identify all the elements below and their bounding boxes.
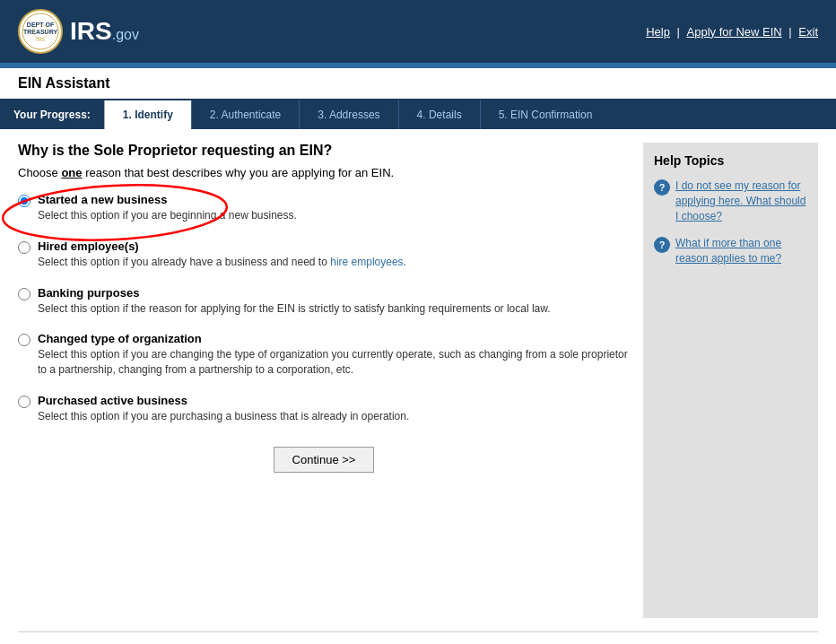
help-item-2: ? What if more than one reason applies t… [654,236,807,266]
ein-assistant-bar: EIN Assistant [0,68,836,100]
desc-banking: Select this option if the reason for app… [38,301,551,317]
progress-step-details[interactable]: 4. Details [398,100,480,129]
label-changed-org[interactable]: Changed type of organization [38,332,202,345]
progress-bar: Your Progress: 1. Identify 2. Authentica… [0,100,836,129]
header-nav: Help | Apply for New EIN | Exit [646,25,818,39]
exit-link[interactable]: Exit [798,25,818,39]
label-purchased-business[interactable]: Purchased active business [38,394,187,407]
subtitle: Choose one reason that best describes wh… [18,166,630,179]
radio-purchased-business[interactable] [18,396,30,408]
continue-button[interactable]: Continue >> [274,447,375,473]
button-row: Continue >> [18,447,630,473]
main-content: Why is the Sole Proprietor requesting an… [0,129,836,631]
svg-text:IRS: IRS [36,37,45,42]
progress-label: Your Progress: [0,100,104,129]
svg-text:TREASURY: TREASURY [23,29,58,35]
apply-new-ein-link[interactable]: Apply for New EIN [687,25,782,39]
help-icon-1: ? [654,179,670,196]
svg-text:DEPT OF: DEPT OF [27,22,55,28]
radio-new-business[interactable] [18,195,30,207]
help-topics-title: Help Topics [654,153,807,168]
content-area: Why is the Sole Proprietor requesting an… [18,143,630,618]
desc-purchased-business: Select this option if you are purchasing… [38,409,409,424]
option-purchased-business: Purchased active business Select this op… [18,394,630,424]
progress-step-identify[interactable]: 1. Identify [104,100,191,129]
irs-logo-text: IRS.gov [70,17,139,46]
progress-step-authenticate[interactable]: 2. Authenticate [191,100,299,129]
help-link-1[interactable]: I do not see my reason for applying here… [675,178,807,223]
header-logo: DEPT OF TREASURY IRS IRS.gov [18,9,139,54]
radio-options: Started a new business Select this optio… [18,193,630,424]
irs-seal-icon: DEPT OF TREASURY IRS [18,9,63,54]
option-hired-employees: Hired employee(s) Select this option if … [18,239,630,270]
radio-changed-org[interactable] [18,334,30,346]
help-item-1: ? I do not see my reason for applying he… [654,178,807,223]
footer: IRS Privacy Policy [0,632,836,644]
label-hired-employees[interactable]: Hired employee(s) [38,239,139,253]
help-icon-2: ? [654,237,670,253]
desc-new-business: Select this option if you are beginning … [38,208,297,223]
help-sidebar: Help Topics ? I do not see my reason for… [643,143,818,618]
radio-banking[interactable] [18,288,30,300]
label-new-business[interactable]: Started a new business [38,193,168,206]
label-banking[interactable]: Banking purposes [38,286,139,300]
desc-changed-org: Select this option if you are changing t… [38,347,630,378]
option-new-business: Started a new business Select this optio… [18,193,630,223]
page-title: Why is the Sole Proprietor requesting an… [18,143,630,159]
option-banking: Banking purposes Select this option if t… [18,286,630,317]
help-link[interactable]: Help [646,25,670,39]
progress-step-addresses[interactable]: 3. Addresses [299,100,397,129]
radio-hired-employees[interactable] [18,241,30,254]
ein-assistant-title: EIN Assistant [18,75,818,91]
progress-step-ein-confirmation[interactable]: 5. EIN Confirmation [480,100,611,129]
option-changed-org: Changed type of organization Select this… [18,332,630,378]
desc-hired-employees: Select this option if you already have a… [38,255,406,270]
page-header: DEPT OF TREASURY IRS IRS.gov Help | Appl… [0,0,836,63]
help-link-2[interactable]: What if more than one reason applies to … [675,236,807,266]
